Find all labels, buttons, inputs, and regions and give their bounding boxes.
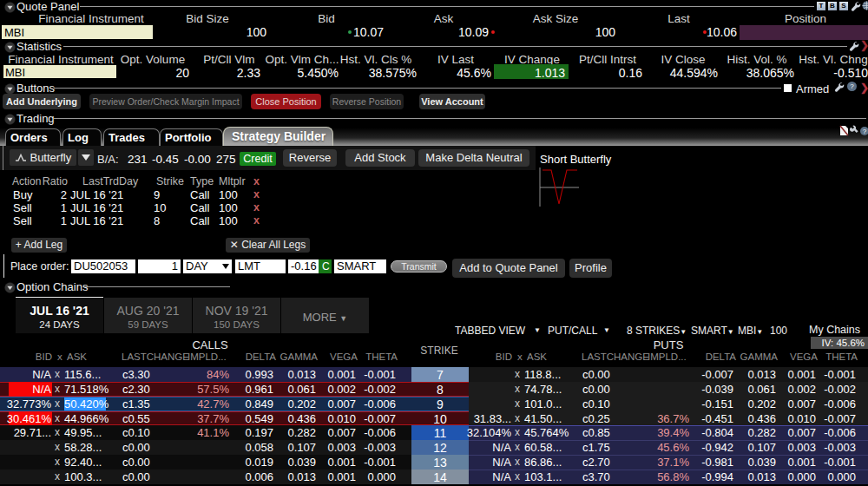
svg-text:?: ? [863,128,867,135]
